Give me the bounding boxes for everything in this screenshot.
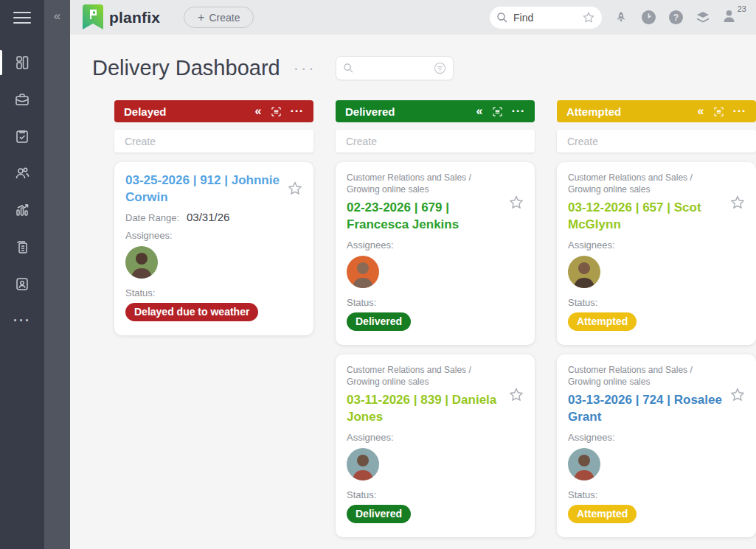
task-title[interactable]: 03-12-2026 | 657 | Scot McGlynn — [568, 199, 724, 233]
task-card[interactable]: Customer Relations and Sales / Growing o… — [557, 162, 756, 345]
kanban-icon — [14, 55, 30, 71]
sidebar-item-documents[interactable] — [0, 228, 44, 265]
clipboard-check-icon — [14, 128, 30, 144]
search-icon — [496, 12, 508, 24]
star-icon[interactable] — [508, 195, 524, 211]
help-icon[interactable]: ? — [667, 10, 684, 26]
column-more-icon[interactable]: ··· — [291, 109, 304, 113]
column-delivered: Delivered « ··· — [336, 100, 535, 537]
assignees-label: Assignees: — [347, 432, 524, 443]
task-title[interactable]: 03-13-2026 | 724 | Rosalee Grant — [568, 391, 724, 425]
planfix-logo-icon — [83, 4, 103, 30]
sidebar-item-reports[interactable] — [0, 192, 44, 228]
planfix-logo[interactable]: planfix — [83, 4, 160, 30]
status-label: Status: — [568, 489, 746, 500]
sidebar-item-contacts[interactable] — [0, 155, 44, 192]
column-name: Delayed — [124, 105, 167, 118]
kanban-board: Delayed « ··· — [114, 100, 756, 537]
status-label: Status: — [125, 287, 303, 298]
column-header: Delivered « ··· — [336, 100, 535, 122]
assignees-label: Assignees: — [347, 239, 524, 251]
status-badge[interactable]: Delivered — [347, 505, 411, 523]
find-search[interactable] — [490, 7, 602, 29]
hamburger-menu-icon[interactable] — [13, 12, 31, 24]
task-project: Customer Relations and Sales / Growing o… — [347, 364, 502, 388]
topbar: planfix + Create — [70, 0, 756, 35]
column-scan-icon[interactable] — [492, 106, 503, 117]
active-indicator — [0, 50, 2, 75]
date-range-label: Date Range: — [125, 212, 179, 223]
sidebar-item-projects[interactable] — [0, 44, 44, 81]
status-badge[interactable]: Delayed due to weather — [125, 303, 258, 321]
sidebar-item-tasks[interactable] — [0, 118, 44, 155]
briefcase-icon — [14, 91, 30, 108]
topbar-right: ? 23 — [490, 7, 745, 29]
sidebar-item-work[interactable] — [0, 81, 44, 118]
star-icon[interactable] — [508, 387, 524, 403]
assignees-label: Assignees: — [568, 239, 746, 251]
column-collapse-icon[interactable]: « — [255, 105, 262, 117]
assignee-avatar[interactable] — [568, 448, 600, 480]
whats-new-rocket-icon[interactable] — [613, 10, 629, 26]
search-icon — [343, 63, 354, 74]
sidebar-collapse-icon[interactable]: « — [44, 9, 70, 24]
task-project: Customer Relations and Sales / Growing o… — [568, 364, 724, 388]
column-collapse-icon[interactable]: « — [698, 105, 704, 117]
svg-text:?: ? — [673, 13, 678, 23]
task-title[interactable]: 03-25-2026 | 912 | Johnnie Corwin — [125, 172, 281, 206]
find-input[interactable] — [513, 12, 577, 24]
status-badge[interactable]: Delivered — [347, 312, 411, 331]
column-name: Delivered — [345, 105, 395, 118]
favorite-star-icon[interactable] — [582, 11, 595, 24]
column-name: Attempted — [566, 105, 621, 118]
column-scan-icon[interactable] — [713, 106, 724, 117]
contact-card-icon — [14, 276, 30, 292]
time-tracker-icon[interactable] — [640, 10, 656, 26]
user-count-badge: 23 — [738, 4, 746, 13]
task-title[interactable]: 03-11-2026 | 839 | Daniela Jones — [347, 391, 502, 425]
board-search[interactable] — [336, 56, 454, 80]
create-button[interactable]: + Create — [184, 7, 254, 28]
user-menu[interactable]: 23 — [722, 9, 745, 26]
task-project: Customer Relations and Sales / Growing o… — [568, 172, 724, 195]
status-badge[interactable]: Attempted — [568, 312, 637, 331]
assignee-avatar[interactable] — [125, 246, 158, 279]
main-area: planfix + Create — [70, 0, 756, 549]
chart-icon — [14, 202, 30, 218]
column-delayed: Delayed « ··· — [114, 100, 313, 537]
task-card[interactable]: Customer Relations and Sales / Growing o… — [336, 162, 535, 345]
column-scan-icon[interactable] — [271, 106, 282, 117]
layers-icon[interactable] — [695, 10, 711, 26]
column-collapse-icon[interactable]: « — [476, 105, 483, 117]
column-more-icon[interactable]: ··· — [733, 109, 746, 113]
sidebar-item-directory[interactable] — [0, 265, 44, 302]
status-label: Status: — [568, 297, 746, 308]
more-icon: ··· — [13, 313, 31, 329]
star-icon[interactable] — [287, 181, 303, 197]
task-card[interactable]: Customer Relations and Sales / Growing o… — [336, 354, 535, 537]
column-create-input[interactable] — [557, 130, 756, 153]
star-icon[interactable] — [729, 195, 746, 211]
user-icon — [722, 9, 736, 23]
status-badge[interactable]: Attempted — [568, 505, 637, 523]
column-attempted: Attempted « ··· — [557, 100, 756, 537]
column-create-input[interactable] — [336, 130, 535, 153]
task-card[interactable]: 03-25-2026 | 912 | Johnnie Corwin Date R… — [114, 162, 313, 335]
logo-text: planfix — [109, 9, 160, 27]
sidebar-item-more[interactable]: ··· — [0, 302, 44, 339]
secondary-sidebar: « — [44, 0, 70, 549]
column-create-input[interactable] — [114, 130, 313, 153]
board-search-input[interactable] — [358, 63, 429, 74]
assignee-avatar[interactable] — [568, 256, 600, 288]
task-title[interactable]: 02-23-2026 | 679 | Francesca Jenkins — [347, 199, 502, 233]
filter-icon[interactable] — [434, 62, 446, 74]
assignees-label: Assignees: — [125, 230, 303, 241]
star-icon[interactable] — [729, 387, 746, 403]
assignee-avatar[interactable] — [347, 448, 379, 480]
column-more-icon[interactable]: ··· — [512, 109, 525, 113]
task-card[interactable]: Customer Relations and Sales / Growing o… — [557, 354, 756, 537]
status-label: Status: — [347, 297, 524, 308]
assignee-avatar[interactable] — [347, 256, 379, 288]
column-header: Delayed « ··· — [114, 100, 313, 122]
page-title-more-icon[interactable]: ··· — [294, 65, 316, 72]
